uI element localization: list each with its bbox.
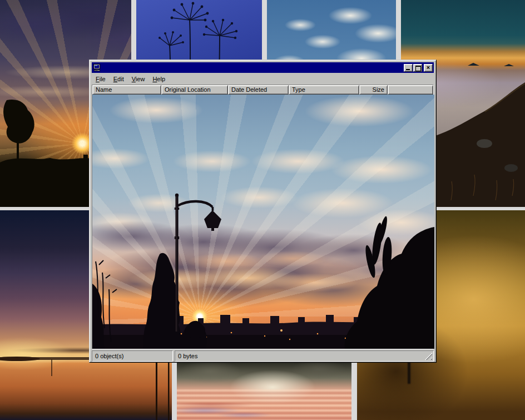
file-list-area[interactable] (92, 95, 434, 349)
menu-edit[interactable]: Edit (110, 75, 128, 83)
maximize-icon (415, 66, 421, 71)
desktop: × File Edit View Help Name Original Loca… (0, 0, 525, 420)
column-header-date-deleted[interactable]: Date Deleted (228, 85, 289, 95)
column-header-type[interactable]: Type (289, 85, 359, 95)
menu-view[interactable]: View (128, 75, 149, 83)
minimize-button[interactable] (404, 64, 413, 72)
recycle-bin-window: × File Edit View Help Name Original Loca… (89, 60, 437, 363)
status-size: 0 bytes (175, 350, 434, 362)
close-icon: × (427, 64, 430, 71)
column-header-name[interactable]: Name (92, 85, 161, 95)
water-ripples (177, 389, 351, 420)
column-header-original-location[interactable]: Original Location (161, 85, 228, 95)
column-header-size[interactable]: Size (359, 85, 388, 95)
title-bar[interactable]: × (92, 62, 434, 73)
minimize-icon (406, 69, 410, 70)
window-controls: × (404, 64, 433, 72)
menu-help[interactable]: Help (148, 75, 169, 83)
computer-icon (93, 63, 101, 72)
file-list-client-area: Name Original Location Date Deleted Type… (92, 85, 434, 349)
menu-file[interactable]: File (92, 75, 110, 83)
maximize-button[interactable] (413, 64, 422, 72)
status-bar: 0 object(s) 0 bytes (92, 350, 434, 362)
sunset-silhouettes (92, 95, 434, 349)
status-object-count: 0 object(s) (92, 350, 173, 362)
column-header-stub (388, 85, 433, 95)
column-headers: Name Original Location Date Deleted Type… (92, 85, 433, 95)
close-button[interactable]: × (424, 64, 433, 72)
menu-bar: File Edit View Help (91, 73, 434, 85)
